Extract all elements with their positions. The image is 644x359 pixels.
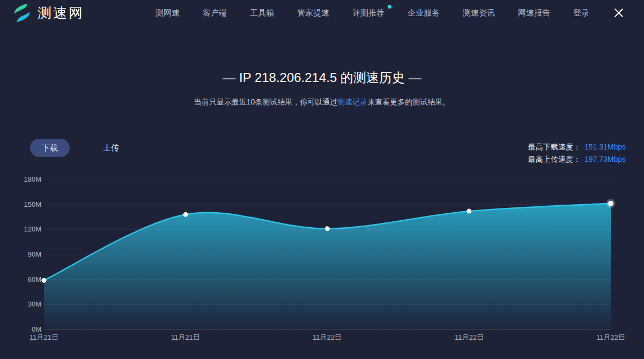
max-download-row: 最高下载速度：151.31Mbps [528, 141, 626, 153]
nav-item-reviews-label: 评测推荐 [352, 8, 384, 17]
chart-line [44, 204, 611, 281]
page-subtitle: 当前只显示最近10条测试结果，你可以通过测速记录来查看更多的测试结果。 [0, 98, 644, 107]
y-axis-label: 90M [0, 250, 41, 259]
x-axis-label: 11月21日 [161, 333, 210, 342]
tab-download[interactable]: 下载 [30, 139, 70, 157]
nav-item-report[interactable]: 网速报告 [518, 8, 550, 18]
max-upload-row: 最高上传速度：197.73Mbps [528, 153, 626, 166]
top-nav: 测速网 测网速 客户端 工具箱 管家提速 评测推荐 企业服务 测速资讯 网速报告… [0, 0, 644, 26]
nav-item-client[interactable]: 客户端 [203, 8, 227, 18]
y-axis-label: 0M [0, 325, 41, 334]
subtitle-text-prefix: 当前只显示最近10条测试结果，你可以通过 [194, 98, 338, 106]
y-axis-label: 150M [0, 200, 41, 209]
chart-point[interactable] [42, 278, 47, 283]
logo-text: 测速网 [38, 4, 84, 23]
chart-point[interactable] [183, 212, 188, 217]
nav-item-news[interactable]: 测速资讯 [463, 8, 495, 18]
close-icon [613, 7, 625, 19]
logo-icon [12, 3, 32, 23]
nav-item-login[interactable]: 登录 [573, 8, 589, 18]
y-axis-label: 30M [0, 300, 41, 309]
nav-item-reviews[interactable]: 评测推荐 [352, 8, 384, 18]
max-download-label: 最高下载速度： [528, 143, 581, 151]
max-speed-stats: 最高下载速度：151.31Mbps 最高上传速度：197.73Mbps [528, 141, 626, 166]
chart-point[interactable] [608, 201, 613, 206]
x-axis-label: 11月22日 [587, 333, 635, 342]
y-axis-label: 180M [0, 175, 41, 184]
max-upload-label: 最高上传速度： [528, 155, 581, 163]
nav-item-speedtest[interactable]: 测网速 [156, 8, 180, 18]
nav-menu: 测网速 客户端 工具箱 管家提速 评测推荐 企业服务 测速资讯 网速报告 登录 [156, 8, 589, 18]
chart-area [44, 204, 611, 330]
tab-upload[interactable]: 上传 [91, 139, 131, 157]
chart-gridlines [44, 180, 611, 330]
nav-item-booster[interactable]: 管家提速 [297, 8, 329, 18]
close-button[interactable] [613, 7, 625, 19]
max-download-value: 151.31Mbps [584, 143, 626, 151]
logo[interactable]: 测速网 [12, 3, 84, 23]
speed-history-chart [0, 0, 644, 359]
chart-points [42, 199, 616, 283]
speed-records-link[interactable]: 测速记录 [337, 98, 367, 106]
new-badge-dot [388, 5, 391, 9]
x-axis-label: 11月22日 [303, 333, 351, 342]
max-upload-value: 197.73Mbps [584, 155, 626, 163]
chart-point[interactable] [325, 226, 330, 231]
y-axis-label: 120M [0, 225, 41, 234]
x-axis-label: 11月22日 [445, 333, 493, 342]
nav-item-toolbox[interactable]: 工具箱 [250, 8, 274, 18]
nav-item-enterprise[interactable]: 企业服务 [408, 8, 440, 18]
page-title: — IP 218.206.214.5 的测速历史 — [0, 69, 644, 86]
x-axis-label: 11月21日 [20, 333, 68, 342]
chart-point[interactable] [467, 209, 471, 214]
subtitle-text-suffix: 来查看更多的测试结果。 [367, 98, 450, 106]
y-axis-label: 60M [0, 275, 41, 284]
chart-tabs: 下载 上传 [30, 139, 131, 157]
